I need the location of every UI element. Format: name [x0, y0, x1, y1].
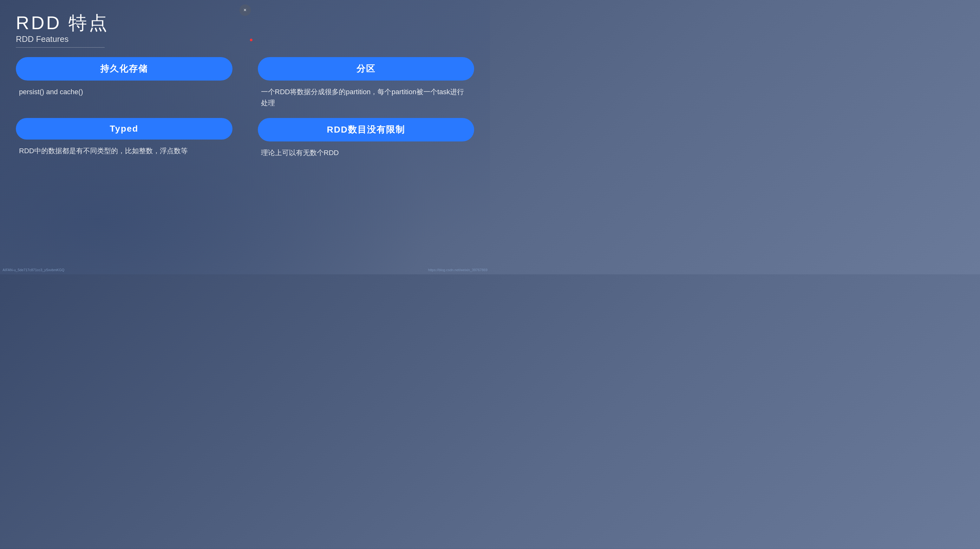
feature-card-partition: 分区 一个RDD将数据分成很多的partition，每个partition被一个… — [258, 57, 474, 108]
feature-card-persistence: 持久化存储 persist() and cache() — [16, 57, 232, 108]
title-divider — [16, 47, 105, 48]
persistence-button[interactable]: 持久化存储 — [16, 57, 232, 81]
typed-description: RDD中的数据都是有不同类型的，比如整数，浮点数等 — [16, 145, 232, 156]
partition-button[interactable]: 分区 — [258, 57, 474, 81]
feature-card-unlimited: RDD数目没有限制 理论上可以有无数个RDD — [258, 118, 474, 158]
unlimited-description: 理论上可以有无数个RDD — [258, 147, 474, 158]
title-section: RDD 特点 RDD Features — [16, 13, 474, 48]
left-watermark: AIFAN-u_5de717c871cc3_ySxvbmKGQ — [3, 268, 64, 272]
feature-card-typed: Typed RDD中的数据都是有不同类型的，比如整数，浮点数等 — [16, 118, 232, 158]
close-icon: × — [243, 7, 247, 13]
page-title-sub: RDD Features — [16, 34, 474, 44]
typed-button[interactable]: Typed — [16, 118, 232, 140]
persistence-description: persist() and cache() — [16, 86, 232, 97]
main-content: RDD 特点 RDD Features 持久化存储 persist() and … — [0, 0, 490, 274]
partition-description: 一个RDD将数据分成很多的partition，每个partition被一个tas… — [258, 86, 474, 108]
url-watermark: https://blog.csdn.net/weixin_39767869 — [428, 268, 487, 272]
red-dot-indicator — [250, 39, 253, 41]
features-grid: 持久化存储 persist() and cache() 分区 一个RDD将数据分… — [16, 57, 474, 159]
close-button[interactable]: × — [239, 5, 251, 16]
unlimited-button[interactable]: RDD数目没有限制 — [258, 118, 474, 142]
